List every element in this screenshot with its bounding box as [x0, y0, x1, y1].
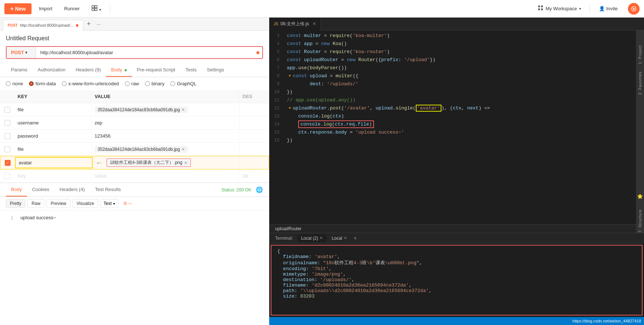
row-checkbox[interactable]: [4, 146, 10, 152]
row-value[interactable]: zep: [92, 118, 240, 128]
table-row: password 123456: [0, 130, 269, 143]
vscode-panel: JS 06-文件上传.js ✕ 3 const multer = require…: [269, 18, 644, 325]
line-number: 1: [6, 215, 13, 220]
tab-close-icon[interactable]: ✕: [312, 21, 316, 26]
option-none[interactable]: none: [6, 81, 23, 86]
row-checkbox[interactable]: [4, 173, 10, 179]
resp-tab-body[interactable]: Body: [6, 183, 27, 197]
url-status-dot: [256, 51, 259, 54]
code-line: 9 dest: '/uploads/': [269, 80, 636, 88]
row-key[interactable]: file: [15, 144, 92, 154]
tab-tests[interactable]: Tests: [180, 63, 201, 77]
option-graphql[interactable]: GraphQL: [170, 81, 196, 86]
code-line: 7 app.use(bodyParser()): [269, 64, 636, 72]
layout-toggle-button[interactable]: ▾: [87, 3, 106, 14]
row-value[interactable]: 123456: [92, 131, 240, 141]
svg-rect-5: [541, 5, 543, 7]
row-checkbox[interactable]: [4, 133, 10, 139]
row-checkbox[interactable]: ✓: [5, 160, 11, 166]
response-tabs: Body Cookies Headers (4) Test Results St…: [0, 183, 269, 197]
request-params-tabs: Params Authorization Headers (9) Body Pr…: [0, 63, 269, 77]
runner-icon-button[interactable]: [628, 3, 640, 15]
resp-tab-testresults[interactable]: Test Results: [90, 183, 126, 197]
format-dropdown[interactable]: Text ▾: [100, 199, 118, 208]
tab-settings[interactable]: Settings: [202, 63, 229, 77]
preview-button[interactable]: Preview: [47, 199, 70, 208]
pretty-button[interactable]: Pretty: [6, 199, 25, 208]
code-line: 15 ctx.response.body = 'upload success~': [269, 128, 636, 137]
sidebar-star-icon[interactable]: ⭐: [637, 194, 643, 199]
workspace-selector[interactable]: My Workspace ▾: [534, 3, 585, 14]
sidebar-item-project[interactable]: 1: Project: [638, 45, 642, 64]
row-value: 352daa384124de184ac83cb6ba091db.jpg ✕: [92, 104, 240, 115]
row-key[interactable]: password: [15, 131, 92, 141]
option-urlencoded[interactable]: x-www-form-urlencoded: [62, 81, 119, 86]
row-key[interactable]: username: [15, 118, 92, 128]
row-checkbox[interactable]: [4, 107, 10, 113]
terminal-tabbar: Terminal: Local (2) ✕ Local ✕ +: [269, 233, 644, 243]
topbar: New Import Runner ▾ My Workspace ▾ 👤 Inv…: [0, 0, 644, 18]
tab-params[interactable]: Params: [6, 63, 33, 77]
option-formdata[interactable]: form-data: [29, 81, 56, 86]
import-button[interactable]: Import: [34, 4, 57, 14]
status-bar-url: https://blog.csdn.net/weixin_44827418: [573, 319, 641, 323]
tab-prerequest[interactable]: Pre-request Script: [132, 63, 181, 77]
tab-more-button[interactable]: ···: [95, 21, 103, 27]
file-remove-icon[interactable]: ✕: [181, 147, 185, 152]
divider: [110, 4, 110, 13]
new-value-input[interactable]: Value: [92, 171, 240, 181]
resp-tab-headers[interactable]: Headers (4): [55, 183, 90, 197]
terminal-tab-close-icon[interactable]: ✕: [319, 236, 323, 240]
table-row: file 352daa384124de184ac83cb6ba091db.jpg…: [0, 103, 269, 116]
terminal-line: mimetype: 'image/png',: [277, 272, 636, 277]
response-text: upload success~: [21, 215, 56, 220]
terminal-line: encoding: '7bit',: [277, 266, 636, 272]
option-binary[interactable]: binary: [145, 81, 164, 86]
sidebar-item-structure[interactable]: 7: Structure: [638, 209, 642, 233]
tab-authorization[interactable]: Authorization: [33, 63, 71, 77]
col-desc-header: DES: [240, 91, 269, 101]
new-tab-button[interactable]: +: [84, 20, 94, 28]
terminal-tab-local2[interactable]: Local (2) ✕: [297, 234, 327, 242]
url-input[interactable]: [36, 47, 253, 58]
request-title: Untitled Request: [6, 35, 263, 42]
resp-tab-cookies[interactable]: Cookies: [27, 183, 55, 197]
terminal-tab2-close-icon[interactable]: ✕: [344, 236, 347, 240]
code-line: 8 🔸const upload = multer({: [269, 72, 636, 80]
row-key-avatar[interactable]: avatar: [15, 157, 93, 168]
terminal-label: Terminal:: [272, 234, 296, 242]
invite-icon: 👤: [599, 6, 605, 11]
new-key-input[interactable]: Key: [15, 171, 92, 181]
file-remove-icon[interactable]: ✕: [184, 160, 188, 165]
table-row-new: Key Value De: [0, 169, 269, 183]
status-bar: https://blog.csdn.net/weixin_44827418: [269, 317, 644, 325]
row-key[interactable]: file: [15, 105, 92, 115]
workspace-chevron-icon: ▾: [579, 7, 581, 11]
tab-body[interactable]: Body: [106, 63, 132, 77]
wrap-icon[interactable]: ≡→: [123, 200, 133, 207]
svg-rect-7: [541, 8, 543, 10]
terminal-add-button[interactable]: +: [352, 235, 358, 242]
terminal-tab-label: Local (2): [301, 236, 318, 241]
sidebar-item-favorites[interactable]: 2: Favorites: [638, 71, 642, 95]
tab-headers[interactable]: Headers (9): [71, 63, 106, 77]
row-value: 352daa384124de184ac83cb6ba091db.jpg ✕: [92, 144, 240, 155]
file-remove-icon[interactable]: ✕: [181, 107, 185, 112]
terminal-tab-local[interactable]: Local ✕: [328, 234, 351, 242]
format-chevron-icon: ▾: [113, 202, 115, 206]
option-raw[interactable]: raw: [125, 81, 139, 86]
request-tab[interactable]: POST http://localhost:8000/upload/...: [3, 20, 83, 31]
method-select[interactable]: POST: [7, 47, 36, 58]
row-checkbox[interactable]: [4, 120, 10, 126]
terminal-section: Terminal: Local (2) ✕ Local ✕ + { fieldn…: [269, 233, 644, 317]
raw-button[interactable]: Raw: [27, 199, 44, 208]
new-button[interactable]: New: [4, 3, 32, 14]
code-editor: 3 const multer = require('koa-multer') 4…: [269, 30, 636, 233]
runner-button[interactable]: Runner: [60, 4, 84, 14]
new-desc-input[interactable]: De: [240, 171, 269, 181]
terminal-body: { fieldname: 'avatar', originalname: "18…: [271, 245, 643, 315]
invite-button[interactable]: 👤 Invite: [595, 4, 622, 14]
table-row: ✓ avatar ← 18软件工程4-3班课表（大二下）.png ✕: [0, 156, 269, 169]
visualize-button[interactable]: Visualize: [73, 199, 98, 208]
vscode-file-tab[interactable]: JS 06-文件上传.js ✕: [269, 18, 321, 30]
